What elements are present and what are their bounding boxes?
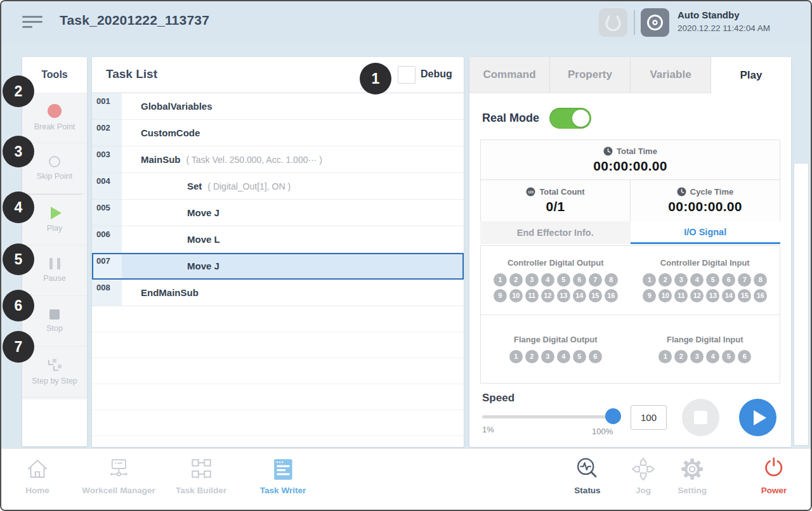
empty-row: [92, 306, 464, 332]
tab-command[interactable]: Command: [469, 57, 550, 93]
nav-item-setting[interactable]: Setting: [678, 456, 707, 495]
task-builder-icon: [188, 456, 214, 482]
stats-card: Total Time 00:00:00.00 123 Total Count 0…: [480, 139, 780, 222]
row-number: 006: [92, 226, 122, 253]
task-row[interactable]: 008 EndMainSub: [92, 280, 464, 306]
stop-label: Stop: [46, 325, 63, 333]
total-time-value: 00:00:00.00: [593, 158, 667, 174]
page-title: Task_20201222_113737: [60, 13, 209, 28]
gripper-icon: [599, 8, 627, 37]
nav-item-task-writer[interactable]: Task Writer: [260, 456, 306, 495]
controller-digital-output-group: Controller Digital Output 12345678910111…: [481, 246, 631, 314]
play-icon: [51, 207, 62, 219]
empty-row: [92, 384, 464, 410]
tab-play[interactable]: Play: [711, 57, 791, 93]
io-dot-11: 11: [674, 289, 688, 302]
io-dot-4: 4: [690, 273, 704, 287]
callout-2: 2: [3, 75, 34, 107]
total-count-label: Total Count: [539, 187, 584, 197]
row-command: Set: [187, 181, 202, 191]
row-command: EndMainSub: [141, 287, 199, 298]
empty-row: [92, 332, 464, 358]
io-dot-15: 15: [589, 289, 602, 302]
speed-slider-track[interactable]: [482, 415, 620, 418]
io-dot-2: 2: [509, 273, 523, 287]
io-group-title: Controller Digital Input: [660, 258, 750, 268]
io-dot-5: 5: [706, 273, 719, 287]
skip-point-label: Skip Point: [37, 172, 72, 181]
bottom-navigation: Home Workcell Manager: [1, 448, 811, 511]
io-dot-15: 15: [738, 289, 751, 302]
skip-point-icon: [49, 156, 60, 167]
nav-item-power[interactable]: Power: [761, 456, 787, 495]
run-stop-button[interactable]: [682, 399, 719, 436]
task-writer-icon: [270, 456, 296, 482]
io-dot-16: 16: [605, 289, 618, 302]
break-point-button[interactable]: Break Point: [22, 93, 87, 143]
real-mode-toggle[interactable]: [549, 108, 591, 129]
stop-square-icon: [694, 411, 707, 424]
workcell-manager-icon: [106, 456, 131, 482]
count-icon: 123: [526, 187, 535, 197]
row-number: 002: [92, 120, 122, 146]
svg-text:123: 123: [528, 190, 534, 194]
nav-item-jog[interactable]: Jog: [631, 456, 656, 495]
task-row[interactable]: 005 Move J: [92, 200, 464, 226]
nav-item-workcell-manager[interactable]: Workcell Manager: [82, 456, 155, 495]
break-point-icon: [48, 104, 62, 118]
controller-digital-input-group: Controller Digital Input 123456789101112…: [631, 246, 780, 314]
io-dot-5: 5: [722, 350, 735, 363]
subtab-io-signal[interactable]: I/O Signal: [631, 221, 781, 244]
nav-item-task-builder[interactable]: Task Builder: [176, 456, 226, 495]
cycle-clock-icon: [677, 187, 686, 197]
row-param: ( Digital_Out[1], ON ): [207, 181, 291, 191]
tab-variable[interactable]: Variable: [631, 57, 711, 93]
io-dot-3: 3: [525, 273, 539, 287]
step-by-step-label: Step by Step: [32, 377, 77, 386]
robot-state-time: 2020.12.22 11:42:04 AM: [678, 23, 770, 34]
nav-item-status[interactable]: Status: [574, 456, 600, 495]
row-number: 001: [92, 93, 122, 120]
nav-item-home[interactable]: Home: [25, 456, 50, 495]
run-play-button[interactable]: [739, 399, 776, 436]
io-dot-grid: 12345678910111213141516: [641, 273, 769, 302]
robot-state-button[interactable]: [641, 8, 669, 37]
io-dot-4: 4: [541, 273, 554, 287]
jog-icon: [631, 456, 656, 482]
scrollbar[interactable]: [794, 163, 809, 446]
home-icon: [25, 456, 50, 482]
callout-5: 5: [3, 243, 34, 275]
cycle-time-label: Cycle Time: [690, 187, 733, 197]
callout-3: 3: [3, 136, 34, 167]
io-dot-13: 13: [706, 289, 719, 302]
task-row[interactable]: 004 Set( Digital_Out[1], ON ): [92, 173, 464, 200]
nav-label: Home: [25, 486, 49, 495]
debug-checkbox[interactable]: [398, 66, 416, 84]
io-dot-4: 4: [706, 350, 719, 363]
io-dot-6: 6: [722, 273, 735, 287]
break-point-label: Break Point: [34, 123, 75, 132]
row-command: CustomCode: [141, 127, 200, 138]
task-row-selected[interactable]: 007 Move J: [92, 253, 464, 280]
end-effector-button[interactable]: [599, 8, 627, 37]
task-row[interactable]: 003 MainSub( Task Vel. 250.000, Acc. 1.0…: [92, 146, 464, 173]
empty-row: [92, 358, 464, 384]
tab-property[interactable]: Property: [550, 57, 631, 93]
subtab-end-effector-info[interactable]: End Effector Info.: [480, 221, 631, 244]
task-row[interactable]: 006 Move L: [92, 226, 464, 253]
io-dot-14: 14: [722, 289, 735, 302]
io-dot-14: 14: [573, 289, 586, 302]
speed-value-input[interactable]: [631, 405, 667, 430]
hamburger-menu-icon[interactable]: [22, 16, 43, 30]
row-param: ( Task Vel. 250.000, Acc. 1.000··· ): [187, 155, 323, 165]
speed-label: Speed: [482, 392, 514, 404]
task-row[interactable]: 002 CustomCode: [92, 120, 464, 146]
io-dot-11: 11: [525, 289, 539, 302]
speed-slider-thumb[interactable]: [605, 408, 621, 424]
io-dot-grid: 123456: [492, 350, 620, 363]
flange-digital-output-group: Flange Digital Output 123456: [481, 315, 631, 383]
app-window: Task_20201222_113737 Auto Standby 2020.1…: [0, 0, 812, 511]
io-dot-9: 9: [643, 289, 656, 302]
task-row[interactable]: 001 GlobalVariables: [92, 93, 464, 120]
step-by-step-icon: [45, 358, 64, 372]
